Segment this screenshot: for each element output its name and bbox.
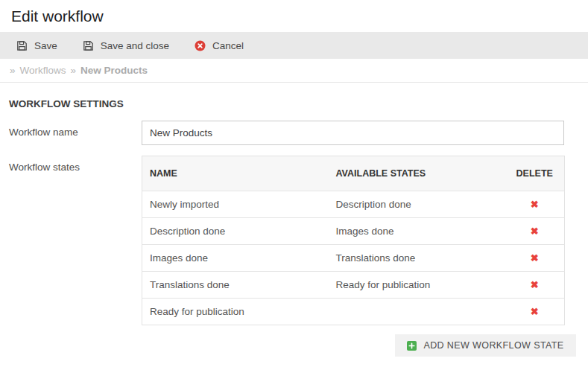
table-row: Description done Images done ✖ xyxy=(142,218,565,245)
available-states-cell xyxy=(329,299,505,325)
state-name-cell: Description done xyxy=(142,218,329,245)
breadcrumb-item-workflows[interactable]: Workflows xyxy=(20,65,66,76)
save-icon xyxy=(16,40,28,51)
delete-cell: ✖ xyxy=(505,218,565,245)
delete-state-icon[interactable]: ✖ xyxy=(531,253,539,263)
workflow-name-row: Workflow name xyxy=(9,121,588,145)
delete-cell: ✖ xyxy=(505,299,565,325)
add-button-container: ADD NEW WORKFLOW STATE xyxy=(274,334,588,357)
save-button[interactable]: Save xyxy=(9,32,65,59)
save-and-close-button-label: Save and close xyxy=(101,40,169,51)
delete-state-icon[interactable]: ✖ xyxy=(531,226,539,236)
available-states-cell: Ready for publication xyxy=(329,272,505,299)
cancel-button-label: Cancel xyxy=(212,40,244,51)
delete-state-icon[interactable]: ✖ xyxy=(531,307,539,316)
column-header-name: NAME xyxy=(142,156,329,191)
breadcrumb-separator: » xyxy=(10,65,16,76)
states-table: NAME AVAILABLE STATES DELETE Newly impor… xyxy=(142,156,565,325)
state-name-cell: Translations done xyxy=(142,272,329,299)
breadcrumb-item-current: New Products xyxy=(80,65,148,76)
breadcrumb: » Workflows » New Products xyxy=(0,59,588,83)
column-header-available-states: AVAILABLE STATES xyxy=(329,156,505,191)
delete-cell: ✖ xyxy=(505,245,565,272)
save-button-label: Save xyxy=(34,40,57,51)
table-row: Translations done Ready for publication … xyxy=(142,272,565,299)
delete-state-icon[interactable]: ✖ xyxy=(531,200,539,209)
save-icon xyxy=(83,40,94,51)
save-and-close-button[interactable]: Save and close xyxy=(75,32,177,59)
add-new-workflow-state-label: ADD NEW WORKFLOW STATE xyxy=(423,340,563,351)
available-states-cell: Images done xyxy=(329,218,505,245)
plus-icon xyxy=(407,341,417,351)
cancel-icon xyxy=(195,40,206,51)
state-name-cell: Images done xyxy=(142,245,329,272)
workflow-name-input[interactable] xyxy=(142,121,564,145)
state-name-cell: Newly imported xyxy=(142,191,329,218)
states-table-body: Newly imported Description done ✖ Descri… xyxy=(142,191,565,325)
delete-cell: ✖ xyxy=(505,272,565,299)
workflow-name-label: Workflow name xyxy=(9,121,142,145)
delete-cell: ✖ xyxy=(505,191,565,218)
state-name-cell: Ready for publication xyxy=(142,299,329,325)
table-row: Ready for publication ✖ xyxy=(142,299,565,325)
states-table-header-row: NAME AVAILABLE STATES DELETE xyxy=(142,156,565,191)
cancel-button[interactable]: Cancel xyxy=(187,32,251,59)
delete-state-icon[interactable]: ✖ xyxy=(531,280,539,290)
section-title: WORKFLOW SETTINGS xyxy=(9,98,588,110)
workflow-states-field: NAME AVAILABLE STATES DELETE Newly impor… xyxy=(142,156,588,357)
main-content: WORKFLOW SETTINGS Workflow name Workflow… xyxy=(0,98,588,357)
available-states-cell: Translations done xyxy=(329,245,505,272)
workflow-states-label: Workflow states xyxy=(9,156,142,357)
add-new-workflow-state-button[interactable]: ADD NEW WORKFLOW STATE xyxy=(395,334,575,357)
breadcrumb-separator: » xyxy=(71,65,77,76)
table-row: Images done Translations done ✖ xyxy=(142,245,565,272)
toolbar: Save Save and close Cancel xyxy=(0,32,588,59)
column-header-delete: DELETE xyxy=(505,156,565,191)
page-title: Edit workflow xyxy=(11,7,104,25)
table-row: Newly imported Description done ✖ xyxy=(142,191,565,218)
available-states-cell: Description done xyxy=(329,191,505,218)
title-bar: Edit workflow xyxy=(0,0,588,32)
workflow-states-row: Workflow states NAME AVAILABLE STATES DE… xyxy=(9,156,588,357)
